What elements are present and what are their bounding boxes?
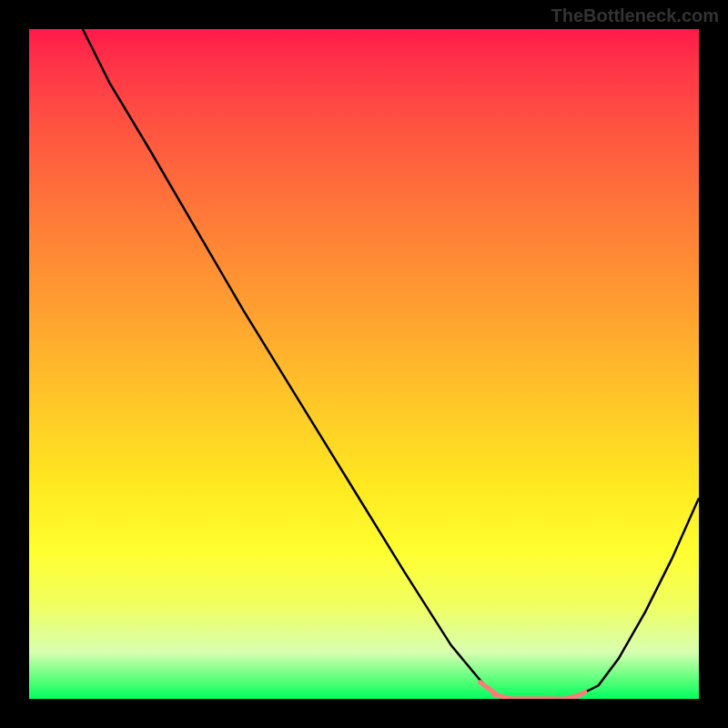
svg-line-13 — [573, 693, 583, 698]
watermark-text: TheBottleneck.com — [551, 5, 719, 26]
chart-container: TheBottleneck.com — [0, 0, 728, 728]
curve-path — [83, 29, 699, 699]
bottleneck-curve — [29, 29, 699, 699]
plot-area — [29, 29, 699, 699]
highlight-dashes — [480, 682, 585, 699]
